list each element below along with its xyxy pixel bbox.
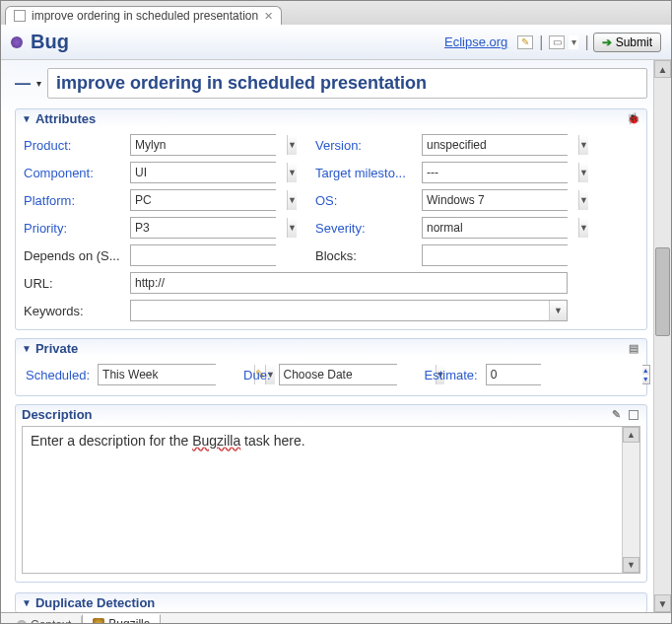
summary-input[interactable]: improve ordering in scheduled presentati… bbox=[47, 68, 647, 99]
close-icon[interactable]: ✕ bbox=[264, 10, 273, 23]
scroll-down-icon[interactable]: ▼ bbox=[654, 594, 671, 612]
ladybug-icon[interactable]: 🐞 bbox=[627, 112, 640, 126]
due-input[interactable] bbox=[280, 365, 436, 384]
product-label: Product: bbox=[24, 138, 130, 153]
url-input-box[interactable] bbox=[130, 272, 568, 294]
caret-down-icon[interactable]: ▼ bbox=[287, 190, 297, 210]
caret-down-icon[interactable]: ▼ bbox=[287, 218, 297, 238]
keywords-combo[interactable]: ▼ bbox=[130, 300, 568, 321]
caret-down-icon[interactable]: ▼ bbox=[549, 301, 567, 320]
os-label: OS: bbox=[315, 193, 422, 208]
caret-down-icon[interactable]: ▼ bbox=[578, 163, 588, 182]
scroll-down-icon[interactable]: ▼ bbox=[623, 557, 639, 573]
chevron-down-icon[interactable]: ▼ bbox=[22, 113, 32, 124]
depends-label: Depends on (S... bbox=[24, 248, 130, 263]
tab-label: Context bbox=[31, 618, 71, 625]
scheduled-combo[interactable]: ✎▼ bbox=[98, 364, 216, 385]
due-label: Due: bbox=[243, 368, 270, 382]
scheduled-input[interactable] bbox=[99, 365, 254, 384]
kind-label: Bug bbox=[31, 31, 69, 53]
summary-menu-caret-icon[interactable]: ▾ bbox=[36, 78, 41, 89]
bug-icon bbox=[11, 36, 23, 48]
spellcheck-error: Bugzilla bbox=[192, 433, 240, 449]
duplicate-section: ▼ Duplicate Detection bbox=[15, 592, 647, 612]
notes-icon[interactable]: ▤ bbox=[627, 342, 640, 356]
due-combo[interactable]: ▼ bbox=[279, 364, 397, 385]
url-input[interactable] bbox=[131, 273, 567, 293]
product-combo[interactable]: ▼ bbox=[130, 134, 276, 156]
submit-button[interactable]: ➔ Submit bbox=[593, 33, 661, 52]
description-text-pre: Enter a description for the bbox=[31, 433, 192, 449]
target-input[interactable] bbox=[423, 163, 578, 182]
editor-tab[interactable]: improve ordering in scheduled presentati… bbox=[5, 6, 282, 25]
tab-context[interactable]: Context bbox=[7, 616, 82, 625]
blocks-input[interactable] bbox=[423, 245, 578, 265]
private-section: ▼ Private ▤ Scheduled: ✎▼ Due: ▼ Estimat… bbox=[15, 338, 647, 396]
description-scrollbar[interactable]: ▲ ▼ bbox=[622, 427, 639, 573]
severity-combo[interactable]: ▼ bbox=[422, 217, 568, 239]
keywords-label: Keywords: bbox=[24, 304, 130, 318]
platform-combo[interactable]: ▼ bbox=[130, 189, 276, 211]
platform-input[interactable] bbox=[131, 190, 287, 210]
vertical-scrollbar[interactable]: ▲ ▼ bbox=[653, 60, 671, 612]
target-combo[interactable]: ▼ bbox=[422, 162, 568, 183]
description-textarea[interactable]: Enter a description for the Bugzilla tas… bbox=[22, 426, 640, 574]
spin-up-icon[interactable]: ▲ bbox=[642, 366, 649, 375]
submit-label: Submit bbox=[616, 35, 652, 49]
target-label: Target milesto... bbox=[315, 166, 422, 180]
repository-link[interactable]: Eclipse.org bbox=[444, 35, 507, 49]
estimate-input[interactable] bbox=[487, 365, 642, 384]
caret-down-icon[interactable]: ▼ bbox=[578, 135, 588, 155]
layout-icon[interactable]: ▭ bbox=[549, 35, 565, 49]
scroll-up-icon[interactable]: ▲ bbox=[623, 427, 639, 443]
product-input[interactable] bbox=[131, 135, 287, 155]
bugzilla-icon bbox=[93, 618, 104, 624]
component-combo[interactable]: ▼ bbox=[130, 162, 276, 183]
estimate-label: Estimate: bbox=[425, 368, 478, 382]
estimate-spinner[interactable]: ▲▼ bbox=[486, 364, 541, 385]
os-combo[interactable]: ▼ bbox=[422, 189, 568, 211]
section-title[interactable]: Attributes bbox=[35, 111, 96, 126]
priority-label: Priority: bbox=[24, 221, 130, 236]
tab-title: improve ordering in scheduled presentati… bbox=[32, 9, 258, 23]
editor-tab-bar: improve ordering in scheduled presentati… bbox=[1, 1, 671, 25]
document-icon bbox=[14, 10, 26, 22]
os-input[interactable] bbox=[423, 190, 578, 210]
version-label: Version: bbox=[315, 138, 422, 153]
chevron-down-icon[interactable]: ▼ bbox=[22, 343, 32, 354]
keywords-input[interactable] bbox=[131, 301, 549, 320]
scheduled-label: Scheduled: bbox=[26, 368, 90, 382]
pencil-icon[interactable]: ✎ bbox=[609, 408, 623, 422]
tab-bugzilla[interactable]: Bugzilla bbox=[82, 614, 161, 624]
platform-label: Platform: bbox=[24, 193, 130, 208]
section-title[interactable]: Description bbox=[22, 407, 93, 422]
caret-down-icon[interactable]: ▼ bbox=[287, 163, 297, 182]
section-title[interactable]: Duplicate Detection bbox=[35, 595, 155, 610]
version-combo[interactable]: ▼ bbox=[422, 134, 568, 156]
description-text-post: task here. bbox=[240, 433, 304, 449]
blocks-input-box[interactable] bbox=[422, 244, 568, 266]
edit-icon[interactable]: ✎ bbox=[517, 35, 533, 49]
depends-input[interactable] bbox=[131, 245, 287, 265]
attributes-section: ▼ Attributes 🐞 Product: ▼ Version: ▼ Com… bbox=[15, 108, 647, 330]
version-input[interactable] bbox=[423, 135, 578, 155]
caret-down-icon[interactable]: ▼ bbox=[578, 190, 588, 210]
spin-down-icon[interactable]: ▼ bbox=[642, 375, 649, 383]
severity-input[interactable] bbox=[423, 218, 578, 238]
layout-menu-caret-icon[interactable]: ▾ bbox=[569, 35, 578, 49]
description-section: Description ✎ Enter a description for th… bbox=[15, 404, 647, 583]
component-input[interactable] bbox=[131, 163, 287, 182]
tab-label: Bugzilla bbox=[108, 617, 150, 624]
priority-input[interactable] bbox=[131, 218, 287, 238]
priority-combo[interactable]: ▼ bbox=[130, 217, 276, 239]
depends-input-box[interactable] bbox=[130, 244, 276, 266]
scroll-thumb[interactable] bbox=[655, 247, 670, 336]
maximize-icon[interactable] bbox=[627, 408, 640, 422]
caret-down-icon[interactable]: ▼ bbox=[578, 218, 588, 238]
chevron-right-icon[interactable]: ▼ bbox=[22, 597, 32, 608]
scroll-up-icon[interactable]: ▲ bbox=[654, 60, 671, 78]
section-title[interactable]: Private bbox=[35, 341, 78, 356]
collapse-toggle[interactable]: — bbox=[15, 75, 31, 93]
caret-down-icon[interactable]: ▼ bbox=[287, 135, 297, 155]
submit-arrow-icon: ➔ bbox=[602, 35, 612, 49]
